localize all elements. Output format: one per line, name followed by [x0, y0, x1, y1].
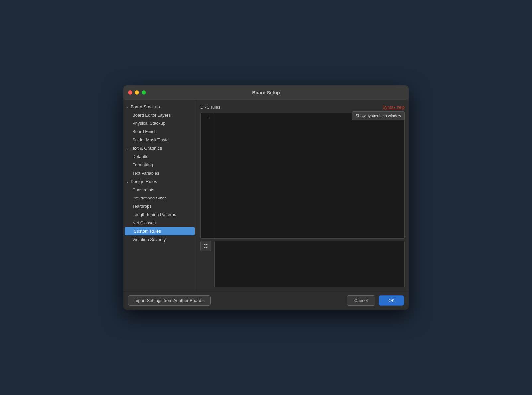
sidebar-item-board-editor-layers[interactable]: Board Editor Layers [123, 111, 196, 119]
cancel-button[interactable]: Cancel [347, 295, 375, 306]
checklist-icon: ☷ [204, 243, 208, 249]
content-area: DRC rules: Syntax help Show syntax help … [196, 100, 409, 291]
title-bar: Board Setup [123, 85, 409, 100]
sidebar-section-label: Board Stackup [131, 104, 160, 109]
sidebar-section-label: Design Rules [131, 179, 157, 184]
output-panel [214, 241, 405, 287]
sidebar-section-text-graphics[interactable]: ⌄ Text & Graphics [123, 144, 196, 152]
line-numbers: 1 [201, 113, 214, 238]
maximize-button[interactable] [142, 90, 146, 95]
sidebar-item-violation-severity[interactable]: Violation Severity [123, 235, 196, 244]
sidebar-item-net-classes[interactable]: Net Classes [123, 219, 196, 227]
sidebar: ⌄ Board Stackup Board Editor Layers Phys… [123, 100, 196, 291]
drc-editor-textarea[interactable] [214, 113, 404, 238]
chevron-down-icon: ⌄ [126, 105, 129, 109]
sidebar-item-text-variables[interactable]: Text Variables [123, 169, 196, 177]
sidebar-section-design-rules[interactable]: ⌄ Design Rules [123, 177, 196, 186]
board-setup-dialog: Board Setup ⌄ Board Stackup Board Editor… [123, 85, 409, 310]
import-settings-button[interactable]: Import Settings from Another Board... [128, 295, 211, 306]
sidebar-section-label: Text & Graphics [131, 146, 162, 151]
check-rules-button[interactable]: ☷ [200, 241, 211, 251]
bottom-panel: ☷ [200, 241, 405, 287]
syntax-help-link[interactable]: Syntax help [382, 105, 405, 110]
sidebar-section-board-stackup[interactable]: ⌄ Board Stackup [123, 103, 196, 111]
sidebar-item-predefined-sizes[interactable]: Pre-defined Sizes [123, 194, 196, 202]
syntax-help-container: Syntax help Show syntax help window [382, 104, 405, 110]
sidebar-item-solder-mask-paste[interactable]: Solder Mask/Paste [123, 136, 196, 144]
sidebar-item-constraints[interactable]: Constraints [123, 186, 196, 194]
syntax-help-tooltip: Show syntax help window [352, 111, 405, 120]
ok-button[interactable]: OK [379, 295, 404, 306]
window-controls [128, 90, 146, 95]
drc-editor: 1 [200, 113, 405, 239]
window-title: Board Setup [252, 90, 280, 95]
sidebar-item-teardrops[interactable]: Teardrops [123, 202, 196, 210]
sidebar-item-length-tuning[interactable]: Length-tuning Patterns [123, 210, 196, 219]
dialog-footer: Import Settings from Another Board... Ca… [123, 291, 409, 310]
chevron-down-icon: ⌄ [126, 146, 129, 150]
close-button[interactable] [128, 90, 132, 95]
sidebar-item-defaults[interactable]: Defaults [123, 152, 196, 161]
chevron-down-icon: ⌄ [126, 180, 129, 183]
footer-right-buttons: Cancel OK [347, 295, 404, 306]
sidebar-item-custom-rules[interactable]: Custom Rules [125, 227, 195, 235]
bottom-toolbar: ☷ [200, 241, 212, 287]
sidebar-item-formatting[interactable]: Formatting [123, 161, 196, 169]
sidebar-item-physical-stackup[interactable]: Physical Stackup [123, 119, 196, 127]
minimize-button[interactable] [135, 90, 139, 95]
line-number-1: 1 [204, 116, 210, 120]
dialog-body: ⌄ Board Stackup Board Editor Layers Phys… [123, 100, 409, 291]
drc-header: DRC rules: Syntax help Show syntax help … [200, 104, 405, 110]
sidebar-item-board-finish[interactable]: Board Finish [123, 127, 196, 136]
drc-rules-label: DRC rules: [200, 105, 222, 110]
